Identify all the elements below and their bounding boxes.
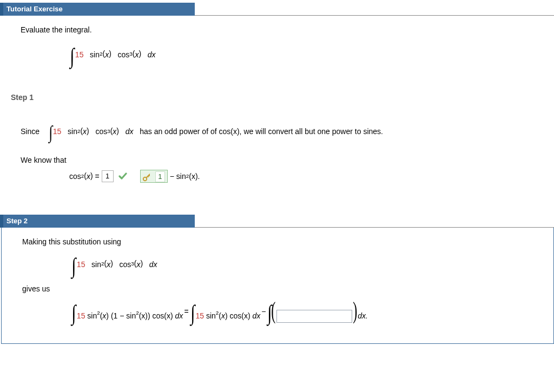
- step2-box: Making this substitution using ∫ 15 sin2…: [1, 228, 554, 344]
- section-header-step2: Step 2: [0, 214, 554, 228]
- check-icon: [118, 172, 127, 181]
- section-header-label: Tutorial Exercise: [0, 3, 195, 16]
- key-icon: [142, 171, 151, 181]
- revealed-answer-value: 1: [155, 171, 165, 182]
- identity-line: cos2(x) = 1 1 − sin2(x).: [21, 170, 539, 183]
- integral-sign-icon: ∫: [70, 43, 74, 69]
- coef-15: 15: [75, 50, 84, 59]
- answer-input-filled[interactable]: 1: [102, 170, 114, 182]
- integral-sign-icon: ∫: [190, 300, 195, 325]
- integral-sign-icon: ∫: [71, 253, 76, 278]
- reveal-answer-button[interactable]: 1: [140, 170, 168, 183]
- integral-sign-icon: ∫: [71, 300, 76, 325]
- we-know-text: We know that: [21, 156, 539, 164]
- step2-intro: Making this substitution using: [22, 237, 538, 246]
- step1-title: Step 1: [11, 93, 554, 102]
- expanded-equation: ∫ 15 sin2(x) (1 − sin2(x)) cos(x) dx = ∫…: [22, 298, 538, 324]
- gives-us-text: gives us: [22, 284, 538, 293]
- section-header-tutorial: Tutorial Exercise: [0, 2, 554, 16]
- intro-text: Evaluate the integral.: [21, 25, 539, 34]
- step1-line1: Since ∫ 15 sin2(x) cos3(x) dx has an odd…: [21, 121, 539, 142]
- answer-input-blank[interactable]: [276, 310, 352, 323]
- integral-display: ∫ 15 sin2(x) cos3(x) dx: [21, 42, 539, 67]
- integral-display-step2: ∫ 15 sin2(x) cos3(x) dx: [22, 251, 538, 277]
- section-header-label: Step 2: [0, 215, 195, 228]
- integral-sign-icon: ∫: [49, 122, 52, 143]
